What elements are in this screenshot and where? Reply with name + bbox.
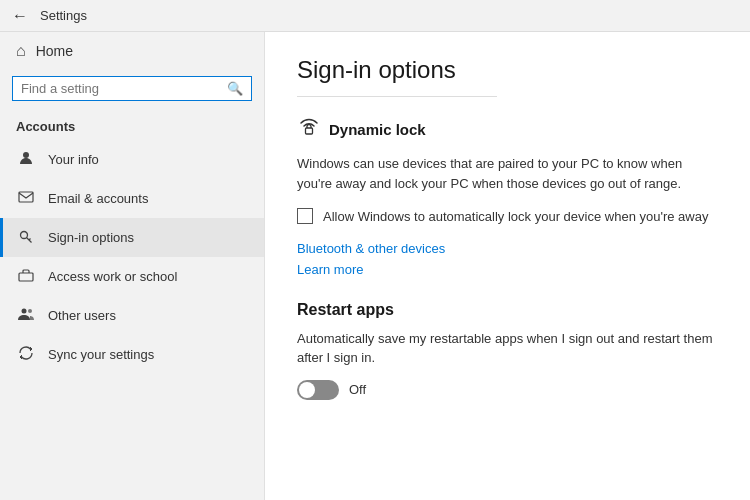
restart-apps-section: Restart apps Automatically save my resta…: [297, 301, 718, 400]
sign-in-options-label: Sign-in options: [48, 230, 134, 245]
group-icon: [16, 306, 36, 325]
dynamic-lock-checkbox-row: Allow Windows to automatically lock your…: [297, 207, 718, 227]
main-layout: ⌂ Home 🔍 Accounts Your info: [0, 32, 750, 500]
sidebar-home-label: Home: [36, 43, 73, 59]
dynamic-lock-icon: [297, 117, 321, 142]
sidebar-section-header: Accounts: [0, 111, 264, 140]
svg-point-0: [23, 152, 29, 158]
section-divider: [297, 96, 497, 97]
person-icon: [16, 150, 36, 169]
content-area: Sign-in options Dynamic lock Windows can…: [265, 32, 750, 500]
sync-settings-label: Sync your settings: [48, 347, 154, 362]
sidebar-item-your-info[interactable]: Your info: [0, 140, 264, 179]
svg-rect-3: [19, 273, 33, 281]
sidebar-item-other-users[interactable]: Other users: [0, 296, 264, 335]
restart-apps-toggle-row: Off: [297, 380, 718, 400]
svg-point-2: [21, 232, 28, 239]
home-icon: ⌂: [16, 42, 26, 60]
search-box: 🔍: [12, 76, 252, 101]
your-info-label: Your info: [48, 152, 99, 167]
svg-rect-6: [306, 128, 313, 134]
restart-apps-toggle[interactable]: [297, 380, 339, 400]
dynamic-lock-desc: Windows can use devices that are paired …: [297, 154, 718, 193]
access-work-school-label: Access work or school: [48, 269, 177, 284]
sidebar: ⌂ Home 🔍 Accounts Your info: [0, 32, 265, 500]
briefcase-icon: [16, 267, 36, 286]
learn-more-link[interactable]: Learn more: [297, 262, 718, 277]
sidebar-item-email-accounts[interactable]: Email & accounts: [0, 179, 264, 218]
dynamic-lock-section: Dynamic lock Windows can use devices tha…: [297, 117, 718, 277]
svg-point-5: [28, 309, 32, 313]
restart-apps-toggle-label: Off: [349, 382, 366, 397]
search-icon: 🔍: [227, 81, 243, 96]
toggle-knob: [299, 382, 315, 398]
title-bar-title: Settings: [40, 8, 87, 23]
other-users-label: Other users: [48, 308, 116, 323]
sync-icon: [16, 345, 36, 364]
sidebar-item-home[interactable]: ⌂ Home: [0, 32, 264, 70]
svg-rect-1: [19, 192, 33, 202]
search-input[interactable]: [21, 81, 223, 96]
dynamic-lock-checkbox[interactable]: [297, 208, 313, 224]
dynamic-lock-title: Dynamic lock: [297, 117, 718, 142]
page-title: Sign-in options: [297, 56, 718, 84]
email-icon: [16, 189, 36, 208]
email-accounts-label: Email & accounts: [48, 191, 148, 206]
bluetooth-devices-link[interactable]: Bluetooth & other devices: [297, 241, 718, 256]
back-button[interactable]: ←: [8, 4, 32, 28]
restart-apps-desc: Automatically save my restartable apps w…: [297, 329, 718, 368]
sidebar-item-access-work-school[interactable]: Access work or school: [0, 257, 264, 296]
restart-apps-title: Restart apps: [297, 301, 718, 319]
svg-point-4: [22, 309, 27, 314]
sidebar-item-sign-in-options[interactable]: Sign-in options: [0, 218, 264, 257]
title-bar: ← Settings: [0, 0, 750, 32]
dynamic-lock-checkbox-label: Allow Windows to automatically lock your…: [323, 207, 708, 227]
key-icon: [16, 228, 36, 247]
sidebar-item-sync-settings[interactable]: Sync your settings: [0, 335, 264, 374]
